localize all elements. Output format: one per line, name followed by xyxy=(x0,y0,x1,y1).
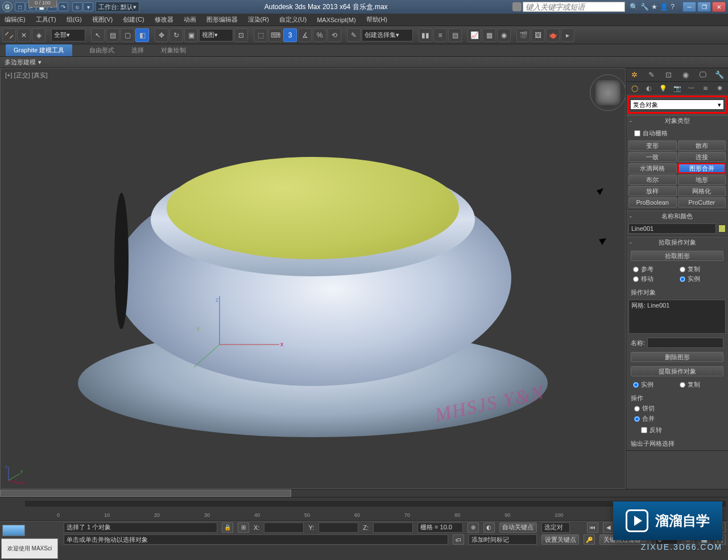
menu-tools[interactable]: 工具(T) xyxy=(36,15,56,24)
btn-scatter[interactable]: 散布 xyxy=(678,140,726,151)
ribbon-tab-select[interactable]: 选择 xyxy=(131,46,144,55)
lights-subtab-icon[interactable]: 💡 xyxy=(657,83,669,93)
selection-filter[interactable]: 全部 ▾ xyxy=(51,29,85,42)
radio-copy2[interactable] xyxy=(680,382,685,388)
timetag-field[interactable]: 添加时间标记 xyxy=(469,534,537,545)
spacewarp-subtab-icon[interactable]: ≋ xyxy=(700,83,712,93)
object-name-input[interactable] xyxy=(628,223,716,234)
align-icon[interactable]: ≡ xyxy=(433,28,447,42)
z-coord[interactable] xyxy=(373,522,413,533)
btn-conform[interactable]: 一致 xyxy=(628,152,677,162)
render-setup-icon[interactable]: 🎬 xyxy=(516,28,530,42)
select-name-icon[interactable]: ▤ xyxy=(106,28,119,42)
btn-boolean[interactable]: 布尔 xyxy=(628,175,677,185)
user-icon[interactable]: 👤 xyxy=(660,3,668,11)
menu-help[interactable]: 帮助(H) xyxy=(366,15,387,24)
select-icon[interactable]: ↖ xyxy=(91,28,105,42)
rollout-object-type[interactable]: 对象类型 xyxy=(626,115,728,126)
close-button[interactable]: ✕ xyxy=(712,2,726,12)
ref-coord-dropdown[interactable]: 视图 ▾ xyxy=(199,29,233,42)
btn-proboolean[interactable]: ProBoolean xyxy=(628,197,677,208)
key-icon[interactable]: 🔑 xyxy=(584,534,595,545)
minimize-button[interactable]: ─ xyxy=(682,2,696,12)
menu-view[interactable]: 视图(V) xyxy=(92,15,113,24)
link-icon[interactable] xyxy=(2,28,16,42)
mirror-icon[interactable]: ▮▮ xyxy=(419,28,432,42)
ribbon-tab-graphite[interactable]: Graphite 建模工具 xyxy=(6,44,72,56)
pick-shape-button[interactable]: 拾取图形 xyxy=(631,251,723,261)
move-icon[interactable]: ✥ xyxy=(155,28,168,42)
render-frame-icon[interactable]: 🖼 xyxy=(531,28,545,42)
menu-customize[interactable]: 自定义(U) xyxy=(279,15,307,24)
modify-tab-icon[interactable]: ✎ xyxy=(643,68,660,81)
btn-blobmesh[interactable]: 水滴网格 xyxy=(628,163,677,173)
region-rect-icon[interactable]: ▢ xyxy=(121,28,134,42)
hierarchy-tab-icon[interactable]: ⊡ xyxy=(660,68,677,81)
menu-edit[interactable]: 编辑(E) xyxy=(5,15,26,24)
rollout-pick-operand[interactable]: 拾取操作对象 xyxy=(626,237,728,247)
radio-merge[interactable] xyxy=(634,416,640,422)
new-icon[interactable]: □ xyxy=(15,2,25,11)
tool-icon[interactable]: 🔧 xyxy=(640,3,649,11)
bind-icon[interactable]: ◈ xyxy=(32,28,46,42)
render-icon[interactable]: 🫖 xyxy=(546,28,560,42)
cameras-subtab-icon[interactable]: 📷 xyxy=(671,83,683,93)
edit-selset-icon[interactable]: ✎ xyxy=(347,28,361,42)
menu-render[interactable]: 渲染(R) xyxy=(248,15,269,24)
coord-mode-icon[interactable]: ⊞ xyxy=(238,522,249,533)
angle-snap-icon[interactable]: ∡ xyxy=(298,28,312,42)
menu-modifiers[interactable]: 修改器 xyxy=(155,15,173,24)
prev-frame-icon[interactable]: ◀ xyxy=(603,522,614,533)
color-swatch[interactable] xyxy=(718,225,726,233)
render-prod-icon[interactable]: ▸ xyxy=(561,28,574,42)
geom-subtab-icon[interactable]: ◯ xyxy=(628,83,640,93)
shapes-subtab-icon[interactable]: ◐ xyxy=(643,83,655,93)
display-tab-icon[interactable]: 🖵 xyxy=(694,68,711,81)
snap-toggle-icon[interactable]: 3 xyxy=(283,28,297,42)
redo-icon[interactable]: ↷ xyxy=(58,2,68,11)
btn-procutter[interactable]: ProCutter xyxy=(678,197,726,208)
motion-tab-icon[interactable]: ◉ xyxy=(677,68,694,81)
systems-subtab-icon[interactable]: ✱ xyxy=(714,83,726,93)
schematic-icon[interactable]: ▦ xyxy=(482,28,496,42)
radio-reference[interactable] xyxy=(633,267,639,272)
viewport[interactable]: [+] [正交] [真实] x y z MHSJS Y&N x y z xyxy=(0,68,626,489)
rollout-name-color[interactable]: 名称和颜色 xyxy=(626,211,728,221)
search-input[interactable] xyxy=(523,2,625,12)
info-icon[interactable] xyxy=(512,2,522,11)
menu-create[interactable]: 创建(C) xyxy=(123,15,144,24)
menu-maxscript[interactable]: MAXScript(M) xyxy=(317,16,355,23)
radio-move[interactable] xyxy=(633,276,639,282)
app-icon[interactable]: G xyxy=(2,2,13,12)
curve-editor-icon[interactable]: 📈 xyxy=(468,28,481,42)
rotate-icon[interactable]: ↻ xyxy=(169,28,183,42)
btn-mesher[interactable]: 网格化 xyxy=(678,186,726,196)
help-icon[interactable]: ? xyxy=(671,3,675,11)
autokey-button[interactable]: 自动关键点 xyxy=(499,522,537,533)
viewcube[interactable] xyxy=(595,80,621,105)
y-coord[interactable] xyxy=(318,522,358,533)
time-thumb[interactable]: 0 / 100 xyxy=(28,0,57,7)
named-selset[interactable]: 创建选择集 ▾ xyxy=(362,29,413,42)
star-icon[interactable]: ★ xyxy=(651,3,657,11)
delete-shape-button[interactable]: 删除图形 xyxy=(631,352,723,362)
category-dropdown[interactable]: 复合对象▾ xyxy=(630,99,724,110)
operands-listbox[interactable]: 网格: Line001 xyxy=(628,300,726,334)
lock-icon[interactable]: 🔒 xyxy=(222,522,233,533)
link-icon[interactable]: ⎋ xyxy=(72,2,82,11)
key-mode[interactable]: 选定对 xyxy=(541,522,570,533)
restore-button[interactable]: ❐ xyxy=(697,2,711,12)
manip-icon[interactable]: ⬚ xyxy=(254,28,267,42)
flip-checkbox[interactable] xyxy=(641,427,647,433)
workspace-dropdown[interactable]: 工作台: 默认 ▾ xyxy=(96,2,139,12)
menu-anim[interactable]: 动画 xyxy=(184,15,196,24)
binoculars-icon[interactable]: 🔍 xyxy=(630,3,638,11)
welcome-box[interactable]: 欢迎使用 MAXSci xyxy=(1,538,58,559)
keyboard-icon[interactable]: ⌨ xyxy=(268,28,282,42)
ribbon-tab-paint[interactable]: 对象绘制 xyxy=(161,46,186,55)
setkey-button[interactable]: 设置关键点 xyxy=(541,534,579,545)
operand-name-input[interactable] xyxy=(647,338,723,348)
create-tab-icon[interactable]: ✲ xyxy=(626,68,643,81)
unlink-icon[interactable]: ✕ xyxy=(17,28,31,42)
layers-icon[interactable]: ▤ xyxy=(448,28,462,42)
